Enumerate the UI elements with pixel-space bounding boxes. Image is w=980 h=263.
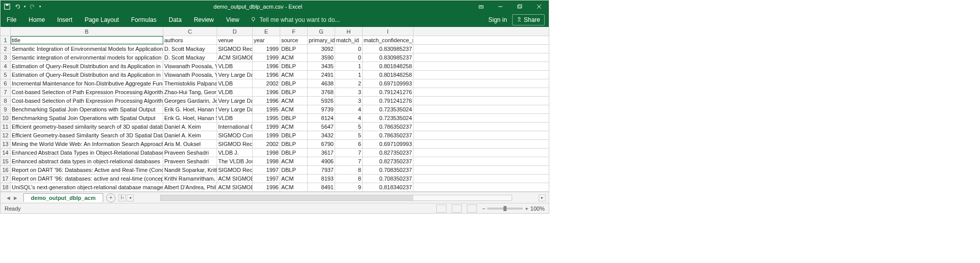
col-header-I[interactable]: I [363, 27, 413, 36]
cell[interactable]: ACM [280, 53, 308, 62]
cell[interactable]: ACM SIGMOD Recor [217, 183, 253, 191]
row-header[interactable]: 5 [1, 71, 11, 79]
sheet-tab[interactable]: demo_output_dblp_acm [23, 193, 103, 202]
cell[interactable]: 0.697109993 [363, 79, 413, 87]
col-header-D[interactable]: D [217, 27, 253, 36]
tab-insert[interactable]: Insert [51, 13, 78, 27]
cell[interactable]: 4 [335, 114, 363, 122]
cell[interactable]: 6 [335, 140, 363, 148]
tab-file[interactable]: File [1, 13, 22, 27]
cell[interactable]: 1998 [253, 149, 280, 157]
cell[interactable]: 0.791241276 [363, 88, 413, 96]
row-header[interactable]: 17 [1, 174, 11, 183]
cell[interactable]: title [11, 36, 163, 44]
cell[interactable]: venue [217, 36, 253, 44]
cell[interactable]: 0.723535024 [363, 105, 413, 113]
sheet-nav[interactable]: ◄ ► [1, 195, 23, 201]
cell[interactable]: Benchmarking Spatial Join Operations wit… [11, 105, 163, 113]
ribbon-options-button[interactable] [471, 1, 491, 13]
cell[interactable]: 7 [335, 157, 363, 165]
undo-dropdown-icon[interactable]: ▾ [24, 5, 26, 9]
cell[interactable]: 3 [335, 88, 363, 96]
select-all-triangle[interactable] [1, 27, 11, 36]
cell[interactable]: 1999 [253, 53, 280, 62]
cell[interactable]: 0.830985237 [363, 45, 413, 53]
cell[interactable]: Enhanced Abstract Data Types in Object-R… [11, 149, 163, 157]
view-page-break-icon[interactable] [467, 204, 477, 213]
sign-in-link[interactable]: Sign in [483, 16, 512, 23]
tab-review[interactable]: Review [188, 13, 220, 27]
col-header-H[interactable]: H [335, 27, 363, 36]
cell[interactable]: 1998 [253, 157, 280, 165]
cell[interactable]: ACM [280, 105, 308, 113]
cell[interactable]: International Confe [217, 123, 253, 131]
cell[interactable]: Erik G. Hoel, Hanan Samet [163, 114, 217, 122]
cell[interactable]: Very Large Data Bas [217, 71, 253, 79]
cell[interactable]: Themistoklis Palpanas, Richar [163, 79, 217, 87]
cell[interactable]: Krithi Ramamritham, Nandit S [163, 174, 217, 183]
minimize-button[interactable] [491, 1, 510, 13]
row-header[interactable]: 1 [1, 36, 11, 44]
row-header[interactable]: 7 [1, 88, 11, 96]
cell[interactable]: DBLP [280, 140, 308, 148]
cell[interactable]: 8491 [308, 183, 335, 191]
cell[interactable]: 7937 [308, 166, 335, 174]
cell[interactable]: 1999 [253, 45, 280, 53]
cell[interactable]: Georges Gardarin, Jean-Rober [163, 97, 217, 105]
cell[interactable]: source [280, 36, 308, 44]
grid[interactable]: 1 title authors venue year source primar… [1, 36, 549, 192]
cell[interactable]: Very Large Data Bas [217, 105, 253, 113]
cell[interactable]: 4 [335, 105, 363, 113]
zoom-out-button[interactable]: − [482, 206, 485, 212]
cell[interactable]: DBLP [280, 88, 308, 96]
row-header[interactable]: 4 [1, 62, 11, 70]
cell[interactable]: VLDB [217, 114, 253, 122]
zoom-thumb[interactable] [503, 206, 507, 211]
cell[interactable]: 0.697109993 [363, 140, 413, 148]
cell[interactable]: 8124 [308, 114, 335, 122]
cell[interactable]: D. Scott Mackay [163, 45, 217, 53]
cell[interactable]: 1996 [253, 97, 280, 105]
cell[interactable]: 1996 [253, 71, 280, 79]
cell[interactable]: D. Scott Mackay [163, 53, 217, 62]
cell[interactable]: Erik G. Hoel, Hanan Samet [163, 105, 217, 113]
row-header[interactable]: 18 [1, 183, 11, 191]
cell[interactable]: 0.801848258 [363, 62, 413, 70]
cell[interactable]: ACM [280, 157, 308, 165]
col-header-C[interactable]: C [163, 27, 217, 36]
cell[interactable]: 2 [335, 79, 363, 87]
cell[interactable]: Semantic Integration of Environmental Mo… [11, 45, 163, 53]
cell[interactable]: 8 [335, 174, 363, 183]
add-sheet-button[interactable]: + [106, 193, 115, 202]
zoom-in-button[interactable]: + [525, 206, 528, 212]
cell[interactable]: SIGMOD Record [217, 140, 253, 148]
cell[interactable]: 9739 [308, 105, 335, 113]
col-header-F[interactable]: F [280, 27, 308, 36]
cell[interactable]: 1996 [253, 183, 280, 191]
cell[interactable]: DBLP [280, 79, 308, 87]
cell[interactable]: Cost-based Selection of Path Expression … [11, 88, 163, 96]
tab-view[interactable]: View [220, 13, 246, 27]
qat-dropdown-icon[interactable]: ▾ [39, 5, 41, 9]
cell[interactable]: 1997 [253, 166, 280, 174]
cell[interactable]: match_id [335, 36, 363, 44]
cell[interactable]: 1999 [253, 123, 280, 131]
cell[interactable]: DBLP [280, 45, 308, 53]
cell[interactable]: 0.801848258 [363, 71, 413, 79]
cell[interactable]: Semantic integration of environmental mo… [11, 53, 163, 62]
cell[interactable]: ACM [280, 123, 308, 131]
tab-page-layout[interactable]: Page Layout [78, 13, 125, 27]
cell[interactable]: authors [163, 36, 217, 44]
cell[interactable]: 5926 [308, 97, 335, 105]
close-button[interactable] [529, 1, 549, 13]
col-header-G[interactable]: G [308, 27, 335, 36]
cell[interactable]: 0.818340237 [363, 183, 413, 191]
row-header[interactable]: 15 [1, 157, 11, 165]
cell[interactable]: 3435 [308, 62, 335, 70]
cell[interactable]: 1996 [253, 88, 280, 96]
cell[interactable]: 3432 [308, 131, 335, 139]
cell[interactable]: year [253, 36, 280, 44]
cell[interactable]: 8193 [308, 174, 335, 183]
redo-icon[interactable] [29, 3, 36, 10]
col-header-E[interactable]: E [253, 27, 280, 36]
